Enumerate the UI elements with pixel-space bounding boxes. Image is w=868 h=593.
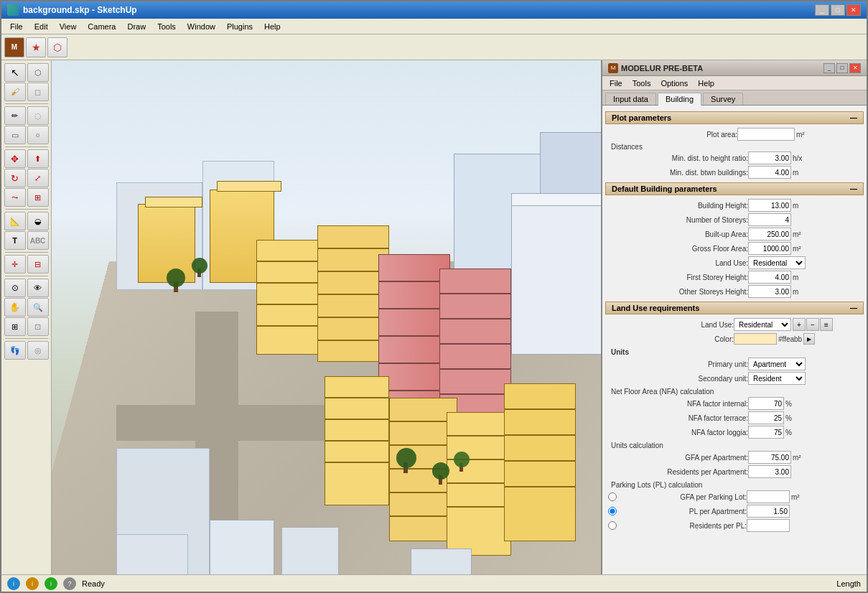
menu-camera[interactable]: Camera [82, 21, 121, 32]
gfa-apartment-input[interactable] [748, 451, 791, 464]
residents-pl-row: Residents per PL: [605, 518, 864, 533]
gross-floor-input[interactable] [748, 242, 791, 255]
land-use-select[interactable]: Residental Commercial Industrial [748, 256, 806, 269]
tool-tape[interactable]: 📐 [4, 212, 26, 230]
pl-apartment-input[interactable] [747, 505, 790, 518]
tool-3dtext[interactable]: ABC [27, 231, 49, 250]
tool-arc[interactable]: ◌ [27, 106, 49, 125]
menu-help[interactable]: Help [258, 21, 286, 32]
gfa-parking-input[interactable] [747, 490, 790, 503]
tool-zoomextent[interactable]: ⊞ [4, 317, 26, 336]
tool-look[interactable]: ◎ [27, 341, 49, 360]
tool-text[interactable]: T [4, 231, 26, 250]
pl-apartment-radio[interactable] [608, 507, 617, 515]
nfa-loggia-input[interactable] [748, 426, 784, 439]
lu-remove-btn[interactable]: − [806, 318, 819, 331]
tool-pan[interactable]: ✋ [4, 298, 26, 317]
modelur-close[interactable]: ✕ [849, 63, 861, 73]
tool-eye[interactable]: 👁 [27, 279, 49, 297]
gfa-parking-radio[interactable] [608, 492, 617, 501]
lt-separator-6 [5, 338, 48, 339]
lu-list-btn[interactable]: ≡ [820, 318, 833, 331]
tool-zoomwindow[interactable]: ⊡ [27, 317, 49, 336]
m-menu-options[interactable]: Options [656, 78, 692, 88]
tool-zoom[interactable]: 🔍 [27, 298, 49, 317]
pl-apartment-row: PL per Apartment: [605, 504, 864, 518]
nfa-internal-input[interactable] [748, 397, 784, 410]
viewport[interactable] [52, 60, 601, 574]
left-toolbar: ↖ ⬡ 🖌 ◻ ✏ ◌ ▭ ○ ✥ ⬆ ↻ ⤢ [1, 60, 52, 574]
tool-paint[interactable]: 🖌 [4, 83, 26, 101]
pink-building-2 [439, 269, 511, 419]
modelur-title-left: M MODELUR PRE-BETA [608, 63, 703, 73]
tool-axes[interactable]: ✛ [4, 255, 26, 274]
modelur-maximize[interactable]: □ [836, 63, 848, 73]
first-storey-input[interactable] [748, 271, 791, 284]
tool-move[interactable]: ✥ [4, 149, 26, 168]
plot-area-input[interactable] [737, 128, 795, 141]
menu-view[interactable]: View [54, 21, 83, 32]
residents-apt-input[interactable] [748, 465, 791, 478]
modelur-minimize[interactable]: _ [823, 63, 835, 73]
tool-rotate[interactable]: ↻ [4, 169, 26, 187]
tool-rectangle[interactable]: ▭ [4, 126, 26, 144]
min-dist-btwn-input[interactable] [748, 166, 791, 179]
lt-separator-3 [5, 209, 48, 210]
secondary-unit-select[interactable]: Resident Person User [748, 372, 806, 385]
toolbar-btn2[interactable]: ⬡ [47, 37, 67, 57]
tool-orbit[interactable]: ⊙ [4, 279, 26, 297]
tool-circle[interactable]: ○ [27, 126, 49, 144]
close-button[interactable]: ✕ [846, 4, 861, 16]
tool-protractor[interactable]: ◒ [27, 212, 49, 230]
lu-add-btn[interactable]: + [793, 318, 806, 331]
builtup-area-input[interactable] [748, 228, 791, 241]
minimize-button[interactable]: _ [815, 4, 829, 16]
tool-pencil[interactable]: ✏ [4, 106, 26, 125]
tool-followme[interactable]: ⤳ [4, 188, 26, 207]
building-height-input[interactable] [748, 199, 791, 212]
toolbar-btn1[interactable]: ★ [26, 37, 46, 57]
m-menu-help[interactable]: Help [694, 78, 719, 88]
residents-pl-radio[interactable] [608, 521, 617, 530]
menu-draw[interactable]: Draw [121, 21, 151, 32]
status-icon-1: i [7, 577, 20, 590]
tool-component[interactable]: ⬡ [27, 63, 49, 82]
menu-plugins[interactable]: Plugins [221, 21, 258, 32]
tool-pushpull[interactable]: ⬆ [27, 149, 49, 168]
lu-land-use-select[interactable]: Residental Commercial Industrial [734, 318, 791, 331]
app-icon [7, 4, 19, 16]
land-use-req-collapse-btn[interactable]: — [850, 304, 857, 312]
color-box[interactable] [734, 333, 777, 345]
tool-scale[interactable]: ⤢ [27, 169, 49, 187]
min-dist-height-input[interactable] [748, 151, 791, 164]
m-menu-file[interactable]: File [605, 78, 627, 88]
primary-unit-select[interactable]: Apartment Room Person [748, 358, 806, 370]
m-menu-tools[interactable]: Tools [628, 78, 655, 88]
menu-window[interactable]: Window [182, 21, 221, 32]
tab-building[interactable]: Building [658, 93, 701, 106]
tab-survey[interactable]: Survey [703, 93, 743, 105]
other-storeys-input[interactable] [748, 285, 791, 298]
residents-pl-input[interactable] [747, 519, 790, 532]
lt-row-8: 📐 ◒ [4, 212, 49, 230]
plot-collapse-btn[interactable]: — [850, 114, 857, 122]
color-picker-btn[interactable]: ▶ [803, 333, 815, 345]
tool-walk[interactable]: 👣 [4, 341, 26, 360]
yellow-building-5 [325, 376, 389, 505]
residents-apt-label: Residents per Apartment: [608, 468, 748, 476]
tab-input-data[interactable]: Input data [605, 93, 656, 105]
panel-content[interactable]: Plot parameters — Plot area: m² Distance… [602, 106, 867, 574]
tool-section[interactable]: ⊟ [27, 255, 49, 274]
tool-offset[interactable]: ⊞ [27, 188, 49, 207]
maximize-button[interactable]: □ [831, 4, 845, 16]
toolbar-modelur-icon[interactable]: M [4, 37, 24, 57]
min-dist-height-row: Min. dist. to height ratio: h/x [605, 151, 864, 165]
tool-select[interactable]: ↖ [4, 63, 26, 82]
nfa-terrace-input[interactable] [748, 411, 784, 424]
menu-tools[interactable]: Tools [151, 21, 182, 32]
menu-edit[interactable]: Edit [29, 21, 54, 32]
num-storeys-input[interactable] [748, 213, 791, 226]
default-building-collapse-btn[interactable]: — [850, 185, 857, 193]
tool-eraser[interactable]: ◻ [27, 83, 49, 101]
menu-file[interactable]: File [4, 21, 29, 32]
